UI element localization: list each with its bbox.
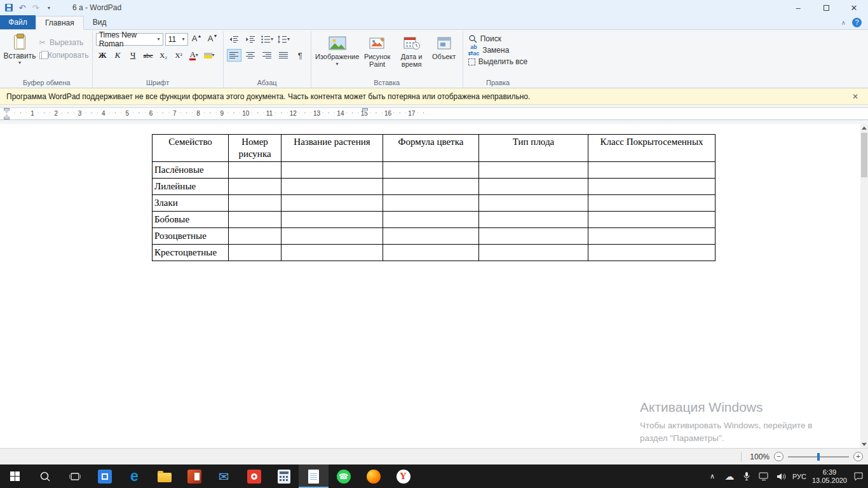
taskbar-app-red-button[interactable] [239, 464, 269, 488]
empty-cell[interactable] [383, 178, 479, 194]
empty-cell[interactable] [588, 178, 715, 194]
zoom-out-button[interactable]: − [774, 452, 783, 461]
empty-cell[interactable] [588, 227, 715, 244]
grow-font-button[interactable]: A▲ [190, 33, 204, 46]
close-button[interactable]: ✕ [840, 0, 868, 15]
redo-button[interactable]: ↷ [30, 1, 41, 14]
empty-cell[interactable] [281, 178, 383, 194]
scroll-down-arrow[interactable] [860, 440, 868, 448]
insert-datetime-button[interactable]: Дата и время [395, 33, 429, 78]
warning-close-button[interactable]: ✕ [849, 92, 862, 101]
save-button[interactable] [3, 1, 15, 14]
empty-cell[interactable] [281, 244, 383, 261]
document-area[interactable]: СемействоНомер рисункаНазвание растенияФ… [0, 124, 868, 448]
decrease-indent-button[interactable] [227, 33, 241, 46]
subscript-button[interactable]: X₂ [157, 49, 170, 62]
taskbar-yandex-button[interactable]: Y [388, 464, 418, 488]
empty-cell[interactable] [479, 161, 588, 178]
action-center-button[interactable] [853, 464, 864, 488]
onedrive-tray-button[interactable]: ☁ [724, 464, 735, 488]
table-header-cell[interactable]: Формула цветка [383, 135, 479, 162]
align-center-button[interactable] [243, 49, 258, 62]
table-header-cell[interactable]: Класс Покрытосеменных [588, 135, 715, 162]
tray-hidden-icons-button[interactable]: ∧ [707, 464, 718, 488]
select-all-button[interactable]: Выделить все [466, 56, 530, 67]
copy-button[interactable]: Копировать [37, 51, 89, 60]
empty-cell[interactable] [588, 194, 715, 211]
taskbar-calculator-button[interactable] [269, 464, 299, 488]
empty-cell[interactable] [383, 227, 479, 244]
replace-button[interactable]: ab⇄ac Замена [466, 44, 512, 56]
increase-indent-button[interactable] [243, 33, 258, 46]
taskbar-firefox-button[interactable] [358, 464, 388, 488]
family-name-cell[interactable]: Розоцветные [153, 227, 229, 244]
font-family-select[interactable]: Times New Roman▾ [96, 33, 163, 46]
start-button[interactable] [0, 464, 30, 488]
table-header-cell[interactable]: Название растения [281, 135, 383, 162]
list-button[interactable]: ▾ [260, 33, 275, 46]
justify-button[interactable] [276, 49, 291, 62]
empty-cell[interactable] [281, 194, 383, 211]
line-spacing-button[interactable]: ▾ [276, 33, 291, 46]
taskbar-wordpad-button[interactable] [299, 464, 329, 488]
empty-cell[interactable] [229, 161, 281, 178]
insert-image-button[interactable]: Изображение ▾ [315, 33, 360, 78]
shrink-font-button[interactable]: A▼ [206, 33, 220, 46]
taskbar-search-button[interactable] [30, 464, 60, 488]
qat-dropdown-button[interactable]: ▾ [43, 1, 55, 14]
tab-file[interactable]: Файл [0, 15, 36, 29]
align-left-button[interactable] [227, 49, 241, 62]
paste-button[interactable]: Вставить ▾ [4, 33, 35, 78]
ruler[interactable]: 1234567891011121314151617···············… [0, 107, 868, 120]
empty-cell[interactable] [281, 227, 383, 244]
zoom-slider[interactable] [788, 452, 849, 461]
taskbar-clock[interactable]: 6:39 13.05.2020 [812, 464, 847, 488]
strikethrough-button[interactable]: abc [142, 49, 155, 62]
scroll-up-arrow[interactable] [860, 124, 868, 132]
table-header-cell[interactable]: Номер рисунка [229, 135, 281, 162]
empty-cell[interactable] [479, 178, 588, 194]
taskbar-app-blue-button[interactable] [90, 464, 119, 488]
taskbar-mail-button[interactable]: ✉ [209, 464, 239, 488]
empty-cell[interactable] [479, 211, 588, 227]
family-name-cell[interactable]: Крестоцветные [153, 244, 229, 261]
empty-cell[interactable] [383, 211, 479, 227]
vertical-scrollbar[interactable] [860, 124, 868, 448]
find-button[interactable]: Поиск [466, 33, 503, 44]
paragraph-dialog-button[interactable]: ¶ [293, 49, 308, 62]
family-name-cell[interactable]: Лилейные [153, 178, 229, 194]
help-button[interactable]: ? [852, 18, 862, 27]
minimize-button[interactable]: – [784, 0, 812, 15]
task-view-button[interactable] [60, 464, 90, 488]
insert-object-button[interactable]: Объект [429, 33, 459, 78]
zoom-in-button[interactable]: + [853, 452, 863, 461]
cut-button[interactable]: ✂ Вырезать [37, 38, 89, 47]
empty-cell[interactable] [229, 211, 281, 227]
maximize-button[interactable] [812, 0, 840, 15]
superscript-button[interactable]: X² [172, 49, 186, 62]
empty-cell[interactable] [229, 194, 281, 211]
empty-cell[interactable] [281, 211, 383, 227]
empty-cell[interactable] [281, 161, 383, 178]
font-size-select[interactable]: 11▾ [165, 33, 188, 46]
empty-cell[interactable] [229, 178, 281, 194]
empty-cell[interactable] [588, 211, 715, 227]
minimize-ribbon-button[interactable]: ∧ [841, 19, 846, 26]
italic-button[interactable]: К [111, 49, 125, 62]
family-name-cell[interactable]: Злаки [153, 194, 229, 211]
empty-cell[interactable] [383, 161, 479, 178]
empty-cell[interactable] [479, 244, 588, 261]
taskbar-explorer-button[interactable] [149, 464, 179, 488]
highlight-button[interactable]: ▾ [203, 49, 216, 62]
empty-cell[interactable] [229, 244, 281, 261]
language-indicator[interactable]: РУС [792, 464, 806, 488]
table-header-cell[interactable]: Тип плода [479, 135, 588, 162]
empty-cell[interactable] [588, 244, 715, 261]
tab-view[interactable]: Вид [84, 15, 116, 29]
microphone-tray-button[interactable] [741, 464, 752, 488]
scrollbar-thumb[interactable] [861, 133, 867, 177]
family-name-cell[interactable]: Паслёновые [153, 161, 229, 178]
insert-paint-drawing-button[interactable]: Рисунок Paint [360, 33, 395, 78]
family-name-cell[interactable]: Бобовые [153, 211, 229, 227]
bold-button[interactable]: Ж [96, 49, 109, 62]
